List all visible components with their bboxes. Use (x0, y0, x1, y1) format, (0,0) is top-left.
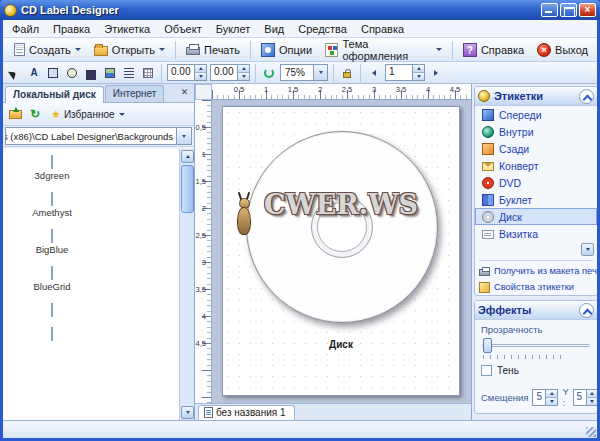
path-combo[interactable]: gram Files (x86)\CD Label Designer\Backg… (5, 127, 192, 145)
label-item-booklet[interactable]: Буклет (475, 191, 597, 208)
spin-buttons[interactable] (194, 65, 206, 80)
label-item-back[interactable]: Сзади (475, 140, 597, 157)
spin-buttons[interactable] (237, 65, 249, 80)
page-spinner[interactable]: 1 (385, 64, 425, 81)
new-button[interactable]: Создать (6, 40, 87, 60)
label-item-card[interactable]: Визитка (475, 225, 597, 242)
menu-label[interactable]: Этикетка (97, 21, 157, 37)
x-position-value: 0.00 (168, 65, 194, 80)
label-item-envelope[interactable]: Конверт (475, 157, 597, 174)
insert-line-button[interactable] (82, 64, 100, 82)
favorites-button[interactable]: ★ Избранное (46, 105, 130, 123)
select-tool-button[interactable] (6, 64, 24, 82)
menu-object[interactable]: Объект (157, 21, 208, 37)
label-item-dvd[interactable]: DVD (475, 174, 597, 191)
open-button[interactable]: Открыть (88, 40, 171, 60)
grid-button[interactable] (139, 64, 157, 82)
document-tab[interactable]: без названия 1 (198, 405, 295, 420)
folder-up-button[interactable] (6, 105, 24, 123)
thumbnail-image-bigblue[interactable] (51, 229, 53, 243)
thumbnail-image-mosaic[interactable] (51, 327, 53, 341)
background-thumbnail[interactable]: Amethyst (12, 193, 92, 218)
tab-internet[interactable]: Интернет (105, 85, 165, 102)
offset-y-spinner[interactable]: 5 (573, 389, 598, 406)
insert-rect-button[interactable] (44, 64, 62, 82)
label-item-inside[interactable]: Внутри (475, 123, 597, 140)
label-properties-link[interactable]: Свойства этикетки (475, 279, 597, 295)
y-position-spinner[interactable]: 0.00 (210, 64, 250, 81)
prev-page-button[interactable] (365, 64, 383, 82)
shadow-checkbox-row[interactable]: Тень (481, 365, 591, 376)
menu-file[interactable]: Файл (5, 21, 46, 37)
label-item-front[interactable]: Спереди (475, 106, 597, 123)
align-button[interactable] (120, 64, 138, 82)
labels-box-title: Этикетки (494, 90, 579, 102)
menu-edit[interactable]: Правка (46, 21, 97, 37)
transparency-slider[interactable] (481, 338, 591, 354)
spin-buttons[interactable] (412, 65, 424, 80)
options-button[interactable]: Опции (255, 40, 318, 60)
close-button[interactable]: × (579, 3, 596, 17)
label-item-disc[interactable]: Диск (475, 208, 597, 225)
scrollbar-thumb[interactable] (181, 165, 194, 213)
zoom-dropdown-button[interactable] (313, 65, 327, 80)
insert-circle-button[interactable] (63, 64, 81, 82)
spin-buttons[interactable] (586, 390, 598, 405)
background-thumbnail[interactable]: BigBlue (12, 230, 92, 255)
thumbnail-image-amethyst[interactable] (51, 192, 53, 206)
thumbnail-image-bluegrid[interactable] (51, 266, 53, 280)
tab-local-disk[interactable]: Локальный диск (5, 86, 104, 103)
print-button[interactable]: Печать (180, 40, 246, 60)
thumbnail-image-mosaic[interactable] (51, 303, 53, 317)
document-icon (204, 407, 213, 418)
menu-booklet[interactable]: Буклет (209, 21, 258, 37)
exit-button[interactable]: ×Выход (531, 40, 594, 60)
gallery-scrollbar[interactable] (179, 149, 194, 420)
collapse-button[interactable] (579, 303, 594, 318)
ruler-tick-label: 2,5 (196, 231, 206, 240)
refresh-button[interactable]: ↻ (26, 105, 44, 123)
background-thumbnail[interactable]: 3dgreen (12, 156, 92, 181)
scroll-up-button[interactable] (181, 150, 194, 163)
get-from-print-layout-link[interactable]: Получить из макета печати (475, 263, 597, 279)
scroll-more-button[interactable] (581, 243, 594, 256)
background-thumbnail[interactable]: BlueGrid (12, 267, 92, 292)
background-thumbnail[interactable] (12, 328, 92, 340)
menu-help[interactable]: Справка (354, 21, 411, 37)
thumbnail-image-3dgreen[interactable] (51, 155, 53, 169)
next-page-button[interactable] (427, 64, 445, 82)
menu-view[interactable]: Вид (257, 21, 291, 37)
rotate-button[interactable] (260, 64, 278, 82)
toolbar-separator (161, 64, 162, 82)
theme-button[interactable]: Тема оформления (319, 40, 448, 60)
label-page[interactable]: CWER.WS Диск (222, 106, 460, 396)
design-canvas[interactable]: CWER.WS Диск (212, 100, 471, 403)
cartoon-character[interactable] (231, 193, 257, 239)
menu-tools[interactable]: Средства (291, 21, 354, 37)
shadow-checkbox[interactable] (481, 365, 492, 376)
insert-text-button[interactable]: A (25, 64, 43, 82)
cursor-icon (8, 66, 22, 80)
zoom-combo[interactable]: 75% (280, 64, 328, 81)
background-thumbnail[interactable] (12, 304, 92, 316)
insert-image-button[interactable] (101, 64, 119, 82)
scroll-down-button[interactable] (181, 406, 194, 419)
new-button-label: Создать (29, 44, 71, 56)
minimize-button[interactable] (541, 3, 558, 17)
path-dropdown-button[interactable] (176, 128, 191, 144)
offset-x-spinner[interactable]: 5 (532, 389, 558, 406)
maximize-button[interactable] (560, 3, 577, 17)
image-icon (105, 68, 115, 78)
ruler-tick-label: 3,5 (396, 85, 406, 94)
spin-buttons[interactable] (545, 390, 557, 405)
lock-button[interactable] (338, 64, 356, 82)
resize-grip[interactable] (586, 427, 596, 437)
effects-box-header: Эффекты (475, 301, 597, 320)
panel-close-button[interactable]: ✕ (178, 86, 191, 99)
collapse-button[interactable] (579, 89, 594, 104)
envelope-icon (482, 162, 494, 171)
help-button[interactable]: ?Справка (457, 40, 530, 60)
disc-title-text[interactable]: CWER.WS (223, 189, 459, 220)
slider-thumb[interactable] (483, 338, 492, 353)
x-position-spinner[interactable]: 0.00 (167, 64, 207, 81)
